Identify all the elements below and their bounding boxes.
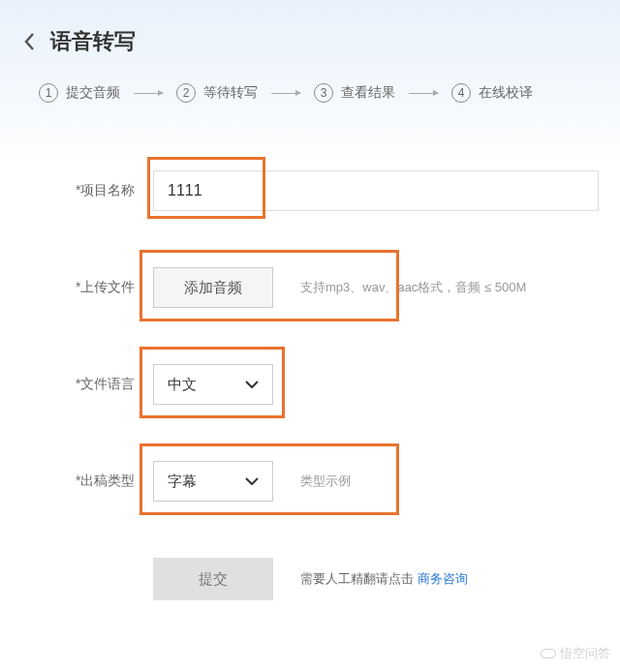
step-label: 在线校译 [479, 84, 533, 102]
type-example-link[interactable]: 类型示例 [300, 473, 351, 490]
step-label: 提交音频 [66, 84, 120, 102]
watermark-text: 悟空问答 [560, 645, 610, 662]
business-consult-link[interactable]: 商务咨询 [418, 571, 468, 586]
add-audio-button[interactable]: 添加音频 [153, 267, 273, 308]
chevron-down-icon [245, 477, 259, 485]
watermark: 悟空问答 [541, 645, 610, 662]
output-type-value: 字幕 [168, 473, 197, 491]
page-title: 语音转写 [50, 27, 136, 56]
project-name-label: *项目名称 [76, 182, 153, 199]
back-icon[interactable] [23, 32, 35, 51]
step-1: 1 提交音频 [39, 83, 120, 103]
step-number: 2 [176, 83, 196, 103]
step-label: 等待转写 [203, 84, 258, 102]
step-arrow-icon [134, 93, 163, 94]
upload-label: *上传文件 [76, 279, 153, 296]
footer-text: 需要人工精翻请点击 商务咨询 [300, 570, 468, 588]
step-3: 3 查看结果 [314, 83, 395, 103]
step-4: 4 在线校译 [451, 83, 533, 103]
output-type-select[interactable]: 字幕 [153, 461, 273, 502]
step-number: 1 [39, 83, 58, 103]
step-number: 4 [451, 83, 471, 103]
footer-prefix: 需要人工精翻请点击 [300, 571, 418, 586]
output-type-label: *出稿类型 [76, 473, 153, 490]
chevron-down-icon [245, 381, 259, 388]
project-name-input[interactable] [153, 170, 599, 211]
steps-bar: 1 提交音频 2 等待转写 3 查看结果 4 在线校译 [0, 56, 620, 103]
step-number: 3 [314, 83, 333, 103]
watermark-icon [541, 649, 556, 658]
step-2: 2 等待转写 [176, 83, 258, 103]
submit-button[interactable]: 提交 [153, 558, 273, 600]
step-label: 查看结果 [341, 84, 395, 102]
language-value: 中文 [168, 376, 197, 394]
upload-hint: 支持mp3、wav、aac格式，音频 ≤ 500M [300, 279, 526, 296]
language-select[interactable]: 中文 [153, 364, 273, 405]
step-arrow-icon [271, 93, 300, 94]
step-arrow-icon [409, 93, 438, 94]
language-label: *文件语言 [76, 376, 153, 393]
